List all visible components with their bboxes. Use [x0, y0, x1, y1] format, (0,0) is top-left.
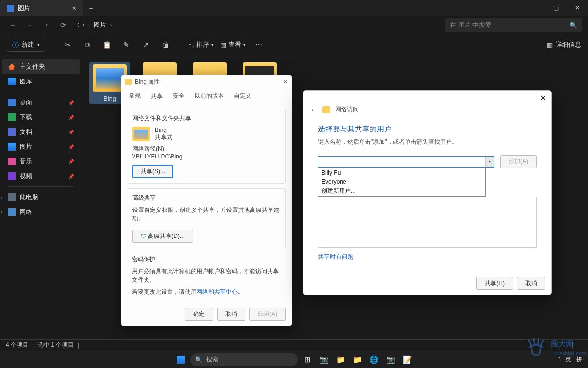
deer-logo-icon	[524, 338, 548, 358]
new-button[interactable]: + 新建 ▾	[7, 38, 45, 52]
pwd-desc2: 若要更改此设置，请使用网络和共享中心。	[132, 288, 281, 296]
status-bar: 4 个项目 | 选中 1 个项目 |	[0, 339, 588, 351]
permissions-list[interactable]	[318, 197, 537, 248]
back-button[interactable]: ←	[6, 21, 21, 29]
section-title: 密码保护	[132, 255, 281, 263]
pwd-desc1: 用户必须具有此计算机的用户帐户和密码，才能访问共享文件夹。	[132, 267, 281, 284]
chevron-right-icon: ›	[1, 210, 2, 215]
dropdown-option[interactable]: 创建新用户...	[318, 186, 485, 196]
taskbar-app[interactable]: 📷	[383, 352, 398, 367]
sidebar-network[interactable]: ›网络	[2, 205, 80, 219]
search-icon: 🔍	[195, 356, 202, 363]
chevron-down-icon[interactable]: ▾	[485, 157, 494, 167]
more-button[interactable]: ⋯	[252, 41, 265, 49]
properties-tabs: 常规 共享 安全 以前的版本 自定义	[121, 89, 292, 104]
dialog-title: Bing 属性	[135, 78, 160, 86]
share-state: 共享式	[155, 133, 172, 142]
sidebar-desktop[interactable]: 桌面📌	[2, 95, 80, 110]
task-view-button[interactable]: ⊞	[300, 352, 315, 367]
network-sharing-section: 网络文件和文件夹共享 Bing 共享式 网络路径(N): \\BILLYFU-P…	[127, 109, 286, 184]
details-pane-button[interactable]: ▥ 详细信息	[547, 40, 581, 49]
network-access-icon	[322, 106, 330, 113]
taskbar-app[interactable]: 📝	[400, 352, 415, 367]
chevron-right-icon: ›	[110, 22, 112, 28]
view-button[interactable]: ▦ 查看 ▾	[220, 40, 245, 49]
section-desc: 设置自定义权限，创建多个共享，并设置其他高级共享选项。	[132, 206, 280, 223]
start-button[interactable]	[173, 352, 188, 367]
close-icon[interactable]: ✕	[540, 93, 546, 103]
dropdown-option[interactable]: Billy Fu	[318, 168, 485, 177]
sidebar-downloads[interactable]: 下载📌	[2, 110, 80, 125]
share-name: Bing	[155, 127, 172, 133]
desktop-icon	[8, 99, 16, 106]
chevron-down-icon: ▾	[37, 42, 40, 47]
sidebar-music[interactable]: 音乐📌	[2, 154, 80, 169]
tab-security[interactable]: 安全	[168, 89, 190, 104]
videos-icon	[8, 172, 16, 180]
sidebar-pictures[interactable]: 图片📌	[2, 139, 80, 154]
advanced-share-button[interactable]: 🛡 高级共享(D)...	[132, 230, 193, 243]
sidebar-home[interactable]: 主文件夹	[2, 59, 80, 74]
taskbar-app[interactable]: 🌐	[367, 352, 381, 367]
minimize-button[interactable]: —	[523, 0, 545, 16]
wizard-heading: 选择要与其共享的用户	[318, 125, 537, 134]
sidebar-documents[interactable]: 文档📌	[2, 125, 80, 139]
user-input[interactable]	[318, 157, 485, 167]
back-button[interactable]: ←	[310, 105, 318, 114]
user-combo[interactable]: ▾	[318, 156, 494, 168]
copy-button[interactable]: ⧉	[81, 41, 94, 49]
section-title: 网络文件和文件夹共享	[132, 114, 280, 123]
close-icon[interactable]: ✕	[283, 79, 288, 85]
tab-sharing[interactable]: 共享	[146, 89, 168, 104]
share-button[interactable]: ↗	[140, 41, 152, 49]
breadcrumb[interactable]: 🖵 › 图片 ›	[77, 21, 112, 29]
dialog-titlebar[interactable]: ✕	[303, 91, 551, 105]
dialog-titlebar[interactable]: Bing 属性 ✕	[121, 75, 292, 89]
sort-button[interactable]: ↑↓ 排序 ▾	[188, 40, 214, 49]
cut-button[interactable]: ✂	[61, 41, 74, 49]
search-icon: 🔍	[569, 22, 577, 29]
network-center-link[interactable]: 网络和共享中心	[196, 289, 238, 295]
taskbar-app[interactable]: 📁	[333, 352, 348, 367]
up-button[interactable]: ↑	[39, 21, 54, 29]
tab-general[interactable]: 常规	[124, 89, 146, 104]
wizard-desc: 键入名称，然后单击"添加"，或者单击箭头查找用户。	[318, 138, 537, 146]
pin-icon: 📌	[68, 100, 74, 105]
taskbar-app[interactable]: 📷	[317, 352, 331, 367]
close-tab-icon[interactable]: ×	[73, 4, 76, 12]
tab-previous[interactable]: 以前的版本	[190, 89, 229, 104]
plus-icon: +	[12, 42, 19, 48]
rename-button[interactable]: ✎	[120, 41, 133, 49]
ok-button[interactable]: 确定	[185, 308, 213, 321]
taskbar-app[interactable]: 📁	[350, 352, 365, 367]
watermark: 鹿大师Ludashiwj.com	[524, 338, 586, 358]
search-box[interactable]: 在 图片 中搜索 🔍	[445, 18, 582, 32]
maximize-button[interactable]: ▢	[545, 0, 566, 16]
dropdown-option[interactable]: Everyone	[318, 177, 485, 186]
forward-button[interactable]: →	[23, 21, 37, 29]
shared-folder-icon	[132, 127, 150, 141]
sidebar-thispc[interactable]: ›此电脑	[2, 190, 80, 205]
cancel-button[interactable]: 取消	[217, 308, 245, 321]
window-tab[interactable]: 图片 ×	[0, 0, 83, 16]
paste-button[interactable]: 📋	[100, 41, 113, 49]
wizard-title: 网络访问	[335, 105, 359, 114]
details-label: 详细信息	[556, 40, 581, 49]
sidebar-videos[interactable]: 视频📌	[2, 169, 80, 184]
delete-button[interactable]: 🗑	[159, 41, 172, 49]
close-window-button[interactable]: ✕	[566, 0, 588, 16]
monitor-icon: 🖵	[77, 22, 84, 29]
tab-customize[interactable]: 自定义	[229, 89, 256, 104]
new-tab-button[interactable]: ＋	[83, 4, 98, 13]
add-button[interactable]: 添加(A)	[500, 155, 537, 168]
share-confirm-button[interactable]: 共享(H)	[476, 277, 513, 290]
sidebar-gallery[interactable]: 图库	[2, 74, 80, 89]
taskbar-search[interactable]: 🔍搜索	[190, 353, 298, 366]
share-button[interactable]: 共享(S)...	[132, 165, 173, 178]
apply-button[interactable]: 应用(A)	[249, 308, 286, 321]
sidebar-icon: ▥	[547, 41, 553, 49]
share-help-link[interactable]: 共享时有问题	[318, 253, 353, 260]
refresh-button[interactable]: ⟳	[56, 21, 71, 29]
toolbar: + 新建 ▾ ✂ ⧉ 📋 ✎ ↗ 🗑 ↑↓ 排序 ▾ ▦ 查看 ▾ ⋯ ▥ 详细…	[0, 34, 588, 55]
cancel-button[interactable]: 取消	[517, 277, 545, 290]
